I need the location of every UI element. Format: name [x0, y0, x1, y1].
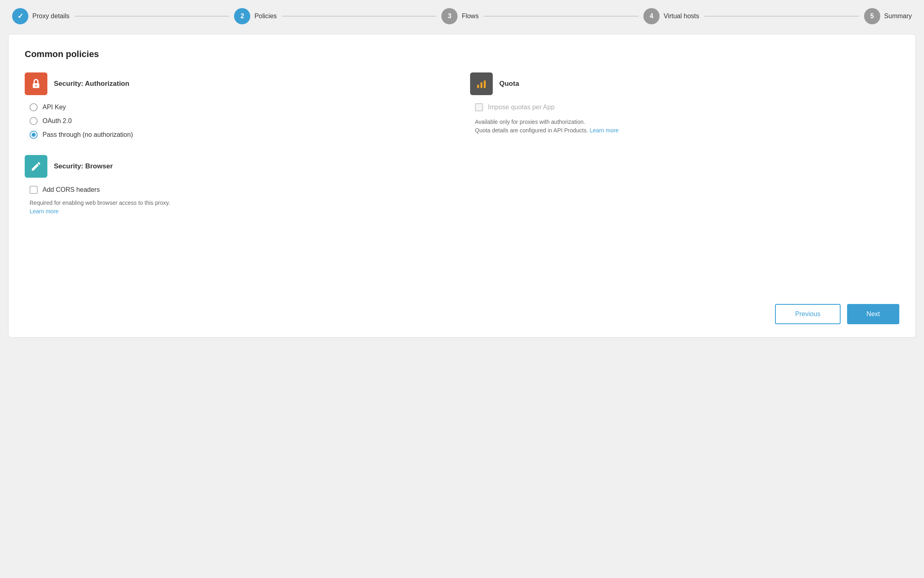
- radio-pass-through-indicator: [30, 131, 38, 139]
- browser-learn-more-link[interactable]: Learn more: [30, 208, 59, 215]
- impose-quotas-label: Impose quotas per App: [488, 104, 555, 111]
- security-browser-label: Security: Browser: [54, 162, 113, 170]
- bottom-actions: Previous Next: [775, 304, 899, 324]
- check-icon: [17, 12, 23, 21]
- security-auth-icon: [25, 72, 47, 95]
- step-line-1: [75, 16, 230, 17]
- radio-pass-through[interactable]: Pass through (no authorization): [30, 131, 454, 139]
- step-4-circle: 4: [643, 8, 660, 24]
- step-2-circle: 2: [234, 8, 250, 24]
- step-line-4: [704, 16, 859, 17]
- impose-quotas-checkbox[interactable]: [475, 103, 483, 111]
- step-3-label: Flows: [462, 13, 479, 20]
- svg-point-1: [35, 85, 37, 87]
- security-browser-icon: [25, 155, 47, 178]
- cors-headers-option[interactable]: Add CORS headers: [30, 186, 899, 194]
- cors-headers-label: Add CORS headers: [43, 186, 100, 193]
- step-4-label: Virtual hosts: [664, 13, 699, 20]
- security-auth-label: Security: Authorization: [54, 80, 129, 88]
- radio-oauth2-label: OAuth 2.0: [43, 117, 72, 125]
- step-1-label: Proxy details: [32, 13, 70, 20]
- radio-api-key-indicator: [30, 103, 38, 111]
- quota-learn-more-link[interactable]: Learn more: [590, 127, 619, 134]
- radio-api-key[interactable]: API Key: [30, 103, 454, 111]
- step-5-label: Summary: [884, 13, 912, 20]
- security-browser-header: Security: Browser: [25, 155, 899, 178]
- quota-label: Quota: [499, 80, 519, 88]
- quota-section: Quota Impose quotas per App Available on…: [470, 72, 899, 139]
- lock-icon: [30, 78, 42, 89]
- quota-help-text: Available only for proxies with authoriz…: [475, 118, 899, 135]
- pencil-icon: [30, 161, 42, 172]
- step-summary[interactable]: 5 Summary: [864, 8, 912, 24]
- radio-pass-through-label: Pass through (no authorization): [43, 131, 133, 138]
- impose-quotas-option[interactable]: Impose quotas per App: [475, 103, 899, 111]
- step-5-circle: 5: [864, 8, 880, 24]
- card-title: Common policies: [25, 49, 899, 60]
- browser-help-text: Required for enabling web browser access…: [30, 199, 899, 216]
- radio-oauth2[interactable]: OAuth 2.0: [30, 117, 454, 125]
- svg-rect-4: [484, 81, 486, 88]
- step-2-label: Policies: [254, 13, 277, 20]
- policies-grid: Security: Authorization API Key OAuth 2.…: [25, 72, 899, 139]
- previous-button[interactable]: Previous: [775, 304, 841, 324]
- step-proxy-details[interactable]: Proxy details: [12, 8, 70, 24]
- stepper: Proxy details 2 Policies 3 Flows 4 Virtu…: [8, 8, 916, 24]
- step-line-3: [483, 16, 639, 17]
- step-3-circle: 3: [441, 8, 458, 24]
- next-button[interactable]: Next: [847, 304, 899, 324]
- security-browser-section: Security: Browser Add CORS headers Requi…: [25, 155, 899, 216]
- radio-api-key-label: API Key: [43, 104, 66, 111]
- main-card: Common policies Security: Authorization: [8, 34, 916, 338]
- radio-options-auth: API Key OAuth 2.0 Pass through (no autho…: [30, 103, 454, 139]
- svg-rect-2: [477, 85, 479, 88]
- barchart-icon: [476, 78, 487, 89]
- radio-oauth2-indicator: [30, 117, 38, 125]
- step-line-2: [282, 16, 437, 17]
- cors-headers-checkbox[interactable]: [30, 186, 38, 194]
- step-flows[interactable]: 3 Flows: [441, 8, 479, 24]
- security-auth-header: Security: Authorization: [25, 72, 454, 95]
- step-1-circle: [12, 8, 28, 24]
- step-policies[interactable]: 2 Policies: [234, 8, 277, 24]
- svg-rect-3: [481, 83, 483, 88]
- quota-header: Quota: [470, 72, 899, 95]
- security-auth-section: Security: Authorization API Key OAuth 2.…: [25, 72, 454, 139]
- radio-pass-through-dot: [32, 133, 36, 137]
- quota-icon: [470, 72, 493, 95]
- step-virtual-hosts[interactable]: 4 Virtual hosts: [643, 8, 699, 24]
